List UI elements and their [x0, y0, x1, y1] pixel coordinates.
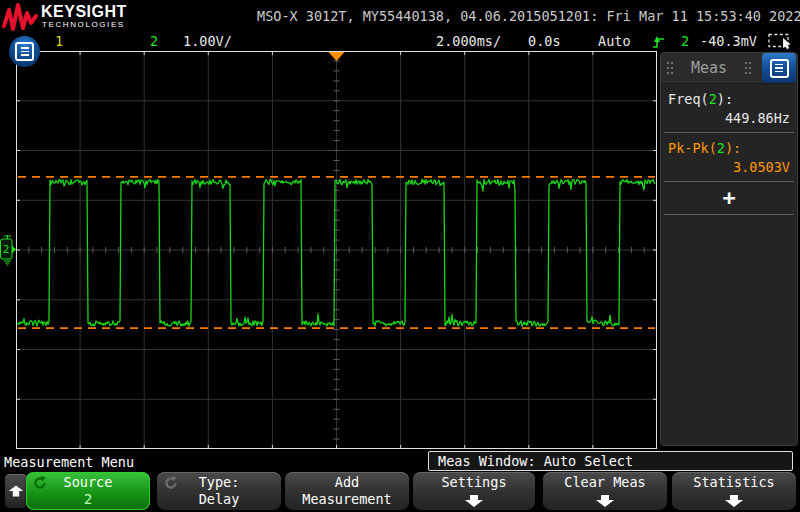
channel2-label[interactable]: 2	[150, 33, 158, 49]
down-arrow-icon	[724, 495, 744, 507]
measurement-label-freq: Freq(2):	[661, 84, 797, 107]
channel2-ground-marker[interactable]: 2	[0, 235, 16, 270]
softkey-add-measurement[interactable]: Add Measurement	[285, 472, 409, 510]
svg-text:2: 2	[3, 243, 10, 256]
measurement-label-pkpk: Pk-Pk(2):	[661, 133, 797, 156]
trigger-level-readout[interactable]: -40.3mV	[700, 33, 757, 49]
channel2-scale[interactable]: 1.00V/	[183, 33, 232, 49]
divider	[664, 214, 794, 215]
instrument-title: MSO-X 3012T, MY55440138, 04.06.201505120…	[257, 8, 800, 24]
channel1-label[interactable]: 1	[55, 33, 63, 49]
knob-rotate-icon	[33, 476, 47, 490]
softkey-statistics[interactable]: Statistics	[672, 472, 796, 510]
measurement-value-pkpk: 3.0503V	[661, 156, 797, 181]
meas-panel-title: Meas	[661, 59, 757, 77]
trigger-source-readout[interactable]: 2	[681, 33, 689, 49]
mouse-pointer-icon	[768, 33, 795, 54]
plus-icon: +	[722, 187, 735, 209]
down-arrow-icon	[464, 495, 484, 507]
meas-panel-header: Meas	[661, 53, 797, 84]
horizontal-delay-readout[interactable]: 0.0s	[528, 33, 561, 49]
brand-subtitle: TECHNOLOGIES	[42, 20, 125, 29]
meas-window-readout: Meas Window: Auto Select	[428, 451, 793, 471]
menu-list-icon	[770, 59, 789, 78]
trigger-mode-readout[interactable]: Auto	[598, 33, 631, 49]
meas-panel-menu-button[interactable]	[762, 53, 796, 83]
keysight-spark-logo	[2, 2, 40, 35]
trigger-time-marker	[329, 52, 345, 61]
softkey-settings[interactable]: Settings	[413, 472, 535, 510]
softkey-source[interactable]: Source 2	[26, 472, 150, 510]
measurement-value-freq: 449.86Hz	[661, 107, 797, 132]
softkey-clear-meas[interactable]: Clear Meas	[543, 472, 667, 510]
knob-rotate-icon	[164, 476, 178, 490]
softkey-type[interactable]: Type: Delay	[157, 472, 281, 510]
menu-list-icon	[15, 42, 34, 61]
down-arrow-icon	[595, 495, 615, 507]
drag-grip-icon[interactable]	[745, 62, 752, 74]
back-up-button[interactable]	[5, 474, 27, 508]
scope-menu-button[interactable]	[9, 36, 40, 67]
meas-panel: Meas Freq(2): 449.86Hz Pk-Pk(2): 3.0503V…	[660, 52, 798, 446]
brand-name: KEYSIGHT	[41, 3, 127, 21]
up-arrow-icon	[8, 484, 24, 498]
softkey-menu-title: Measurement Menu	[4, 454, 134, 470]
waveform-display	[16, 51, 657, 449]
timebase-readout[interactable]: 2.000ms/	[436, 33, 501, 49]
add-measurement-plus-button[interactable]: +	[661, 182, 797, 214]
